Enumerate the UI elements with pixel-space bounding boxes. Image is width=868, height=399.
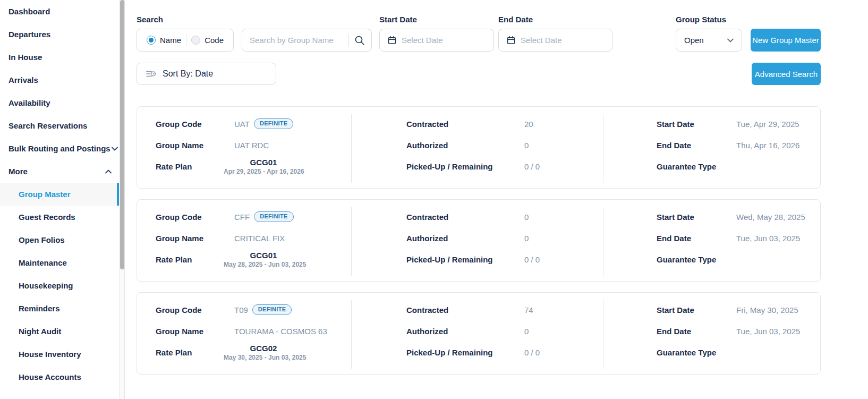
group-code-label: Group Code [156,120,234,129]
group-status-field-group: Group Status Open [676,15,742,52]
radio-code[interactable]: Code [191,36,224,45]
sidebar-item-label: Open Folios [19,235,65,244]
group-code-label: Group Code [156,305,234,315]
start-date-value: Tue, Apr 29, 2025 [736,120,799,129]
sidebar-item-guest-records[interactable]: Guest Records [0,206,119,228]
status-badge: DEFINITE [254,211,294,222]
radio-name-label: Name [160,36,181,45]
sort-by-button[interactable]: Sort By: Date [137,63,276,85]
picked-up-remaining-label: Picked-Up / Remaining [406,255,524,264]
sidebar-item-reminders[interactable]: Reminders [0,297,119,320]
authorized-label: Authorized [406,327,524,336]
sidebar-item-label: Dashboard [8,7,50,16]
group-search-input[interactable] [250,36,343,45]
start-date-value: Fri, May 30, 2025 [736,305,798,315]
sidebar-item-group-master[interactable]: Group Master [0,183,119,206]
radio-code-label: Code [205,36,224,45]
radio-name-icon[interactable] [147,36,156,45]
sidebar-item-bulk-routing-and-postings[interactable]: Bulk Routing and Postings [0,137,119,160]
group-code-value: UAT [234,120,250,129]
group-status-value: Open [684,36,704,45]
sidebar-item-open-folios[interactable]: Open Folios [0,228,119,251]
sidebar-item-in-house[interactable]: In House [0,46,119,69]
radio-name[interactable]: Name [147,36,181,45]
picked-up-remaining-value: 0 / 0 [524,348,540,357]
sidebar-item-more[interactable]: More [0,160,119,183]
filter-row: Search Name Code [137,15,821,52]
sidebar-item-label: Group Master [19,190,71,199]
sidebar-item-label: Availability [8,98,50,107]
end-date-placeholder: Select Date [521,36,562,45]
picked-up-remaining-value: 0 / 0 [524,162,540,171]
sort-icon [146,69,156,79]
group-code-value: T09 [234,305,248,315]
start-date-row-label: Start Date [657,120,736,129]
rate-plan-dates: Apr 29, 2025 - Apr 16, 2026 [224,168,303,175]
start-date-field[interactable]: Select Date [379,29,494,52]
authorized-value: 0 [524,141,529,150]
sidebar-item-label: Night Audit [19,327,61,336]
rate-plan-dates: May 28, 2025 - Jun 03, 2025 [224,261,303,268]
sidebar-item-housekeeping[interactable]: Housekeeping [0,274,119,297]
status-badge: DEFINITE [252,304,292,315]
group-name-label: Group Name [156,234,234,243]
sidebar-item-search-reservations[interactable]: Search Reservations [0,114,119,137]
contracted-label: Contracted [406,305,524,315]
status-badge: DEFINITE [254,118,294,129]
authorized-value: 0 [524,234,529,243]
start-date-field-group: Start Date Select Date [379,15,494,52]
group-name-value: UAT RDC [234,141,269,150]
search-type-radio-group: Name Code [137,29,234,52]
group-name-value: TOURAMA - COSMOS 63 [234,327,327,336]
authorized-label: Authorized [406,234,524,243]
start-date-placeholder: Select Date [402,36,443,45]
authorized-value: 0 [524,327,529,336]
search-label: Search [137,15,234,24]
group-card[interactable]: Group Code T09 DEFINITE Group Name TOURA… [137,292,821,375]
sidebar-scrollbar-thumb[interactable] [120,0,124,269]
rate-plan-code: GCG02 [224,344,303,353]
group-status-select[interactable]: Open [676,29,742,52]
rate-plan-label: Rate Plan [156,348,234,357]
search-field-group: Search Name Code [137,15,234,52]
start-date-label: Start Date [379,15,494,24]
end-date-field[interactable]: Select Date [498,29,612,52]
contracted-label: Contracted [406,120,524,129]
guarantee-type-label: Guarantee Type [657,348,736,357]
sidebar-item-availability[interactable]: Availability [0,91,119,114]
group-card[interactable]: Group Code UAT DEFINITE Group Name UAT R… [137,106,821,189]
sidebar-item-house-inventory[interactable]: House Inventory [0,343,119,366]
group-status-label: Group Status [676,15,742,24]
sidebar-item-maintenance[interactable]: Maintenance [0,251,119,274]
group-name-label: Group Name [156,141,234,150]
end-date-row-label: End Date [657,327,736,336]
start-date-row-label: Start Date [657,213,736,222]
advanced-search-button[interactable]: Advanced Search [752,63,821,85]
toolbar-row: Sort By: Date Advanced Search [137,63,821,85]
guarantee-type-label: Guarantee Type [657,255,736,264]
group-card[interactable]: Group Code CFF DEFINITE Group Name CRITI… [137,199,821,282]
end-date-row-label: End Date [657,234,736,243]
rate-plan-code: GCG01 [224,158,303,167]
sidebar-item-label: House Accounts [19,372,81,381]
sidebar-item-departures[interactable]: Departures [0,23,119,46]
sidebar-item-house-accounts[interactable]: House Accounts [0,366,119,388]
sidebar-item-arrivals[interactable]: Arrivals [0,69,119,91]
sidebar-item-label: In House [8,53,42,62]
contracted-value: 0 [524,213,529,222]
sidebar-item-night-audit[interactable]: Night Audit [0,320,119,343]
radio-code-icon[interactable] [191,36,200,45]
new-group-master-button[interactable]: New Group Master [751,29,821,52]
chevron-down-icon [726,36,735,45]
calendar-icon [506,36,516,45]
sidebar-item-label: Maintenance [19,258,67,267]
group-name-label: Group Name [156,327,234,336]
group-search-box [242,29,372,52]
sidebar-item-label: Bulk Routing and Postings [8,144,110,153]
chevron-down-icon [110,145,119,153]
search-divider [348,34,349,47]
rate-plan-label: Rate Plan [156,255,234,264]
picked-up-remaining-label: Picked-Up / Remaining [406,348,524,357]
sidebar-item-dashboard[interactable]: Dashboard [0,0,119,23]
search-icon[interactable] [354,35,365,46]
